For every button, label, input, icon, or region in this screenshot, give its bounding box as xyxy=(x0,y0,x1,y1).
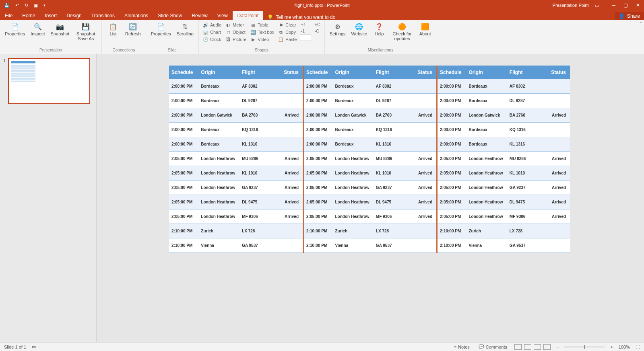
normal-view-button[interactable] xyxy=(514,344,522,350)
cell-flight: KL 1316 xyxy=(507,137,540,152)
shape-minus1-button[interactable]: -1 xyxy=(300,28,311,34)
flight-table-1: ScheduleOriginFlightStatus2:00:00 PMBord… xyxy=(169,66,303,253)
zoom-slider[interactable] xyxy=(564,347,605,347)
tab-animations[interactable]: Animations xyxy=(120,11,153,20)
help-button[interactable]: ❓Help xyxy=(371,22,387,37)
scrolling-button[interactable]: ⇅Scrolling xyxy=(175,22,195,37)
tab-insert[interactable]: Insert xyxy=(40,11,62,20)
start-from-beginning-icon[interactable]: ▣ xyxy=(34,3,38,8)
ribbon-group-label: Connections xyxy=(105,48,142,53)
cell-flight: DL 9287 xyxy=(239,94,272,108)
notes-button[interactable]: ≡ Notes xyxy=(452,345,471,349)
share-button[interactable]: 👤 Share xyxy=(615,12,644,20)
cell-flight: BA 2760 xyxy=(507,108,540,123)
table-row: 2:00:00 PMLondon GatwickBA 2760Arrived xyxy=(169,108,303,123)
settings-button[interactable]: ⚙Settings xyxy=(328,22,347,37)
reading-view-button[interactable] xyxy=(534,344,541,350)
slide-canvas-area[interactable]: ScheduleOriginFlightStatus2:00:00 PMBord… xyxy=(97,54,644,342)
list-button[interactable]: 📋List xyxy=(105,22,121,37)
table-button[interactable]: ▦Table xyxy=(250,22,275,28)
shape-plus1-button[interactable]: +1 xyxy=(300,22,311,27)
settings-icon: ⚙ xyxy=(334,23,342,31)
slide-counter[interactable]: Slide 1 of 1 xyxy=(4,345,26,349)
zoom-level[interactable]: 100% xyxy=(619,345,630,349)
cell-schedule: 2:10:00 PM xyxy=(303,238,333,253)
save-icon[interactable]: 💾 xyxy=(4,3,10,8)
tab-file[interactable]: File xyxy=(0,11,17,20)
shape-minusC-button[interactable]: -C xyxy=(314,28,321,34)
cell-status xyxy=(272,79,303,94)
tab-datapoint[interactable]: DataPoint xyxy=(233,11,264,20)
cell-flight: GA 9537 xyxy=(507,238,540,253)
refresh-button[interactable]: 🔄Refresh xyxy=(124,22,142,37)
tab-view[interactable]: View xyxy=(213,11,233,20)
chart-button[interactable]: 📊Chart xyxy=(202,29,222,35)
cell-schedule: 2:05:00 PM xyxy=(303,195,333,209)
meter-button[interactable]: ◐Meter xyxy=(225,22,247,28)
cell-schedule: 2:00:00 PM xyxy=(437,94,466,108)
cell-schedule: 2:00:00 PM xyxy=(169,137,198,152)
video-button[interactable]: ▶Video xyxy=(250,36,275,43)
quick-access-toolbar: 💾 ↶ ↻ ▣ ▾ xyxy=(0,3,50,8)
tab-design[interactable]: Design xyxy=(62,11,86,20)
cell-flight: MF 9306 xyxy=(239,209,272,224)
cell-schedule: 2:10:00 PM xyxy=(437,224,466,238)
accessibility-icon[interactable]: ▭ xyxy=(32,344,36,349)
close-button[interactable]: ✕ xyxy=(636,2,640,8)
audio-button[interactable]: 🔊Audio xyxy=(202,22,222,28)
properties-button[interactable]: 📄Properties xyxy=(3,22,27,37)
tab-slide-show[interactable]: Slide Show xyxy=(153,11,187,20)
clear-button[interactable]: ✖Clear xyxy=(277,22,297,28)
redo-icon[interactable]: ↻ xyxy=(25,3,28,8)
minimize-button[interactable]: ─ xyxy=(612,2,615,8)
snapshot-button[interactable]: 📷Snapshot xyxy=(49,22,71,37)
cell-flight: DL 9475 xyxy=(374,195,406,209)
object-button[interactable]: ◻Object xyxy=(225,29,247,35)
picture-button[interactable]: 🖼Picture xyxy=(225,36,247,43)
button-label: Refresh xyxy=(125,31,141,36)
clear-icon: ✖ xyxy=(278,22,284,28)
properties-button[interactable]: 📄Properties xyxy=(149,22,173,37)
tab-home[interactable]: Home xyxy=(17,11,40,20)
zoom-out-button[interactable]: − xyxy=(556,345,559,349)
table-row: 2:00:00 PMBordeauxAF 8302 xyxy=(169,79,303,94)
slide-thumbnail-1[interactable] xyxy=(8,58,90,104)
about-button[interactable]: 🟧About xyxy=(417,22,433,37)
slide-sorter-button[interactable] xyxy=(524,344,531,350)
fit-to-window-button[interactable]: ⛶ xyxy=(636,345,640,349)
button-label: Object xyxy=(233,30,246,35)
cell-origin: Bordeaux xyxy=(466,79,507,94)
clock-icon: 🕒 xyxy=(203,37,208,42)
copy-button[interactable]: ⧉Copy xyxy=(277,29,297,35)
text-box-button[interactable]: 🔤Text box xyxy=(250,29,275,35)
cell-origin: Bordeaux xyxy=(198,137,239,152)
snapshot-save-as-button[interactable]: 💾Snapshot Save As xyxy=(73,22,98,42)
website-button[interactable]: 🌐Website xyxy=(350,22,369,37)
cell-flight: KL 1010 xyxy=(374,166,406,181)
ribbon-group-presentation: 📄Properties🔍Inspect📷Snapshot💾Snapshot Sa… xyxy=(0,20,102,54)
slideshow-view-button[interactable] xyxy=(543,344,551,350)
maximize-button[interactable]: ▢ xyxy=(623,2,628,8)
ribbon-display-icon[interactable]: ▭ xyxy=(595,3,599,8)
shape-number-input[interactable] xyxy=(300,35,311,41)
check-for-updates-button[interactable]: 🟠Check for updates xyxy=(390,22,415,42)
paste-button[interactable]: 📋Paste xyxy=(277,36,297,43)
shape-plusC-button[interactable]: +C xyxy=(314,22,321,27)
tab-transitions[interactable]: Transitions xyxy=(87,11,120,20)
tell-me-search[interactable]: 💡 Tell me what you want to do xyxy=(263,14,339,20)
collapse-ribbon-icon[interactable]: ˆ xyxy=(640,22,642,27)
undo-icon[interactable]: ↶ xyxy=(15,3,19,8)
cell-flight: MF 9306 xyxy=(507,209,540,224)
cell-origin: London Heathrow xyxy=(332,152,373,166)
cell-status xyxy=(272,123,303,137)
qat-dropdown-icon[interactable]: ▾ xyxy=(43,3,45,7)
clock-button[interactable]: 🕒Clock xyxy=(202,36,222,43)
comments-button[interactable]: 💬 Comments xyxy=(477,344,509,349)
account-name[interactable]: Presentation Point xyxy=(553,3,589,8)
tab-review[interactable]: Review xyxy=(187,11,212,20)
cell-schedule: 2:10:00 PM xyxy=(303,224,333,238)
table-row: 2:00:00 PMLondon GatwickBA 2760Arrived xyxy=(303,108,437,123)
zoom-in-button[interactable]: + xyxy=(610,345,613,349)
cell-schedule: 2:00:00 PM xyxy=(169,108,198,123)
inspect-button[interactable]: 🔍Inspect xyxy=(29,22,46,37)
